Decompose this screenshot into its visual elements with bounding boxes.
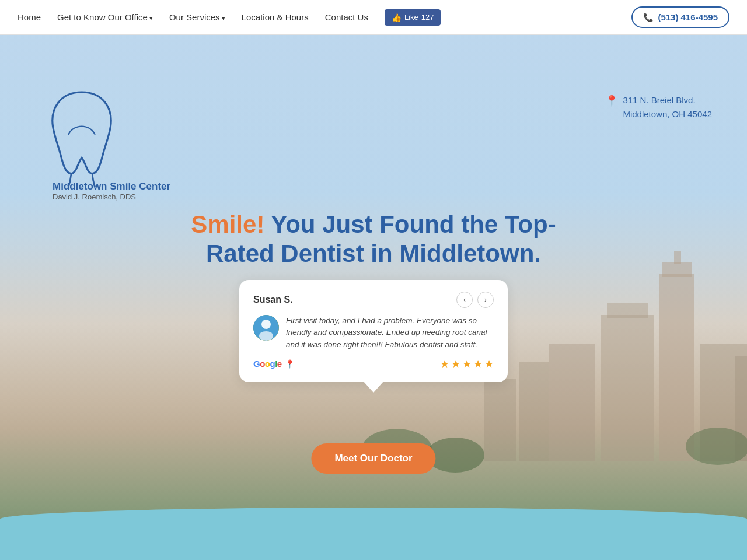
svg-rect-3	[601, 315, 654, 461]
svg-rect-4	[607, 303, 648, 318]
star-rating: ★ ★ ★ ★ ★	[440, 358, 494, 370]
reviewer-avatar	[253, 315, 279, 341]
thumbs-up-icon: 👍	[392, 13, 402, 22]
headline: Smile! You Just Found the Top-Rated Dent…	[169, 210, 578, 269]
svg-rect-5	[549, 344, 595, 461]
main-nav: Home Get to Know Our Office Our Services…	[0, 0, 747, 35]
logo-text: Middletown Smile Center David J. Roemisc…	[53, 181, 170, 201]
logo-subtitle: David J. Roemisch, DDS	[53, 192, 170, 201]
svg-point-12	[686, 428, 747, 465]
headline-area: Smile! You Just Found the Top-Rated Dent…	[169, 210, 578, 269]
svg-rect-7	[519, 362, 549, 461]
nav-home[interactable]: Home	[18, 12, 41, 22]
address-line2: Middletown, OH 45042	[623, 107, 712, 121]
meet-doctor-button[interactable]: Meet Our Doctor	[311, 443, 435, 474]
phone-button[interactable]: 📞 (513) 416-4595	[631, 6, 729, 28]
headline-smile: Smile!	[191, 211, 264, 238]
address-text: 311 N. Breiel Blvd. Middletown, OH 45042	[623, 93, 712, 121]
nav-links: Home Get to Know Our Office Our Services…	[18, 9, 441, 26]
review-next-button[interactable]: ›	[477, 292, 494, 308]
svg-rect-9	[484, 379, 516, 461]
nav-location-hours[interactable]: Location & Hours	[242, 12, 309, 22]
phone-icon: 📞	[643, 13, 653, 22]
star-2: ★	[451, 358, 460, 370]
review-text: First visit today, and I had a problem. …	[286, 315, 494, 351]
logo-tooth-icon	[35, 82, 128, 187]
svg-point-14	[261, 320, 271, 329]
svg-rect-0	[659, 274, 694, 461]
wave-decoration	[0, 508, 747, 560]
review-card: Susan S. ‹ › First visit today, and I ha…	[239, 280, 508, 382]
google-maps-icon: 📍	[285, 359, 295, 369]
review-footer: Google 📍 ★ ★ ★ ★ ★	[253, 358, 494, 370]
like-button[interactable]: 👍 Like 127	[385, 9, 441, 26]
nav-get-to-know[interactable]: Get to Know Our Office	[57, 12, 153, 22]
star-4: ★	[473, 358, 483, 370]
nav-contact[interactable]: Contact Us	[325, 12, 368, 22]
review-prev-button[interactable]: ‹	[456, 292, 473, 308]
location-pin-icon: 📍	[605, 94, 618, 107]
nav-our-services[interactable]: Our Services	[169, 12, 225, 22]
address-line1: 311 N. Breiel Blvd.	[623, 93, 712, 107]
svg-point-15	[259, 331, 273, 341]
hero-section: Middletown Smile Center David J. Roemisc…	[0, 35, 747, 560]
reviewer-name: Susan S.	[253, 295, 293, 305]
star-3: ★	[462, 358, 472, 370]
google-logo: Google 📍	[253, 359, 295, 369]
svg-rect-1	[662, 262, 692, 277]
review-navigation: ‹ ›	[456, 292, 494, 308]
star-1: ★	[440, 358, 449, 370]
svg-rect-2	[674, 251, 681, 264]
logo-area: Middletown Smile Center David J. Roemisc…	[35, 82, 170, 201]
review-body: First visit today, and I had a problem. …	[253, 315, 494, 351]
logo-name: Middletown Smile Center	[53, 181, 170, 192]
address-area: 📍 311 N. Breiel Blvd. Middletown, OH 450…	[605, 93, 712, 121]
review-header: Susan S. ‹ ›	[253, 292, 494, 308]
star-5: ★	[484, 358, 494, 370]
